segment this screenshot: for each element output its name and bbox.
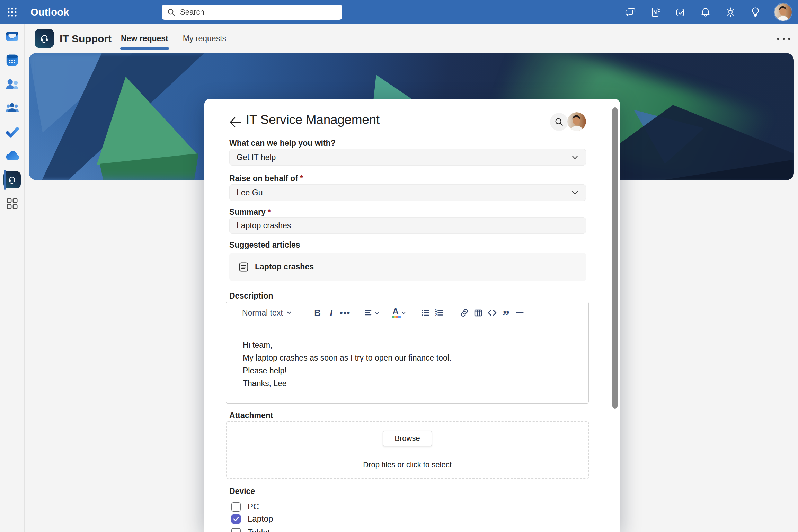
settings-gear-icon[interactable]: [725, 6, 736, 18]
svg-text:1: 1: [435, 309, 437, 312]
form-search-button[interactable]: [550, 113, 568, 131]
attachment-label: Attachment: [229, 411, 273, 420]
checkbox[interactable]: [231, 502, 241, 512]
brand-title: Outlook: [30, 0, 69, 24]
browse-button[interactable]: Browse: [383, 431, 432, 446]
toolbar-separator: [358, 307, 358, 319]
device-option-pc[interactable]: PC: [231, 502, 259, 512]
sidebar-item-todo[interactable]: [0, 121, 24, 143]
sidebar-item-people[interactable]: [0, 73, 24, 95]
form-user-avatar[interactable]: [567, 112, 586, 131]
tab-my-requests[interactable]: My requests: [182, 24, 227, 53]
quote-button[interactable]: ”: [500, 303, 512, 322]
app-rail: [0, 24, 25, 532]
app-header: IT Support New request My requests: [24, 24, 798, 53]
italic-button[interactable]: I: [326, 306, 337, 320]
description-text[interactable]: Hi team, My laptop crashes as soon as I …: [243, 341, 579, 392]
article-icon: [238, 261, 249, 272]
tab-label: New request: [121, 34, 168, 43]
form-title: IT Service Management: [246, 113, 380, 127]
article-title: Laptop crashes: [255, 262, 314, 272]
numbered-list-button[interactable]: 1 2: [433, 306, 445, 320]
app-launcher-icon[interactable]: [0, 0, 24, 24]
chevron-down-icon: [571, 153, 579, 161]
device-option-label: PC: [248, 502, 259, 512]
it-support-app-icon: [3, 171, 21, 188]
description-editor[interactable]: Normal text B I ••• A: [226, 302, 589, 404]
waffle-icon: [7, 7, 17, 17]
top-bar: Outlook: [0, 0, 798, 24]
toolbar-separator: [305, 307, 305, 319]
sidebar-item-groups[interactable]: [0, 97, 24, 119]
description-label: Description: [229, 291, 273, 301]
tab-new-request[interactable]: New request: [120, 24, 169, 53]
help-with-dropdown[interactable]: Get IT help: [229, 149, 586, 166]
description-line: Thanks, Lee: [243, 379, 579, 388]
sidebar-item-it-support[interactable]: [0, 169, 24, 190]
summary-label: Summary*: [229, 207, 271, 217]
outlook-window: Outlook: [0, 0, 798, 532]
more-formatting-button[interactable]: •••: [339, 306, 351, 320]
help-with-label: What can we help you with?: [229, 139, 336, 148]
help-with-value: Get IT help: [237, 153, 276, 162]
chevron-down-icon: [286, 311, 292, 315]
summary-input[interactable]: Laptop crashes: [229, 217, 586, 234]
bullet-list-button[interactable]: [419, 306, 431, 320]
checkbox[interactable]: [231, 514, 241, 524]
table-button[interactable]: [472, 306, 484, 320]
editor-toolbar: Normal text B I ••• A: [226, 302, 588, 323]
attachment-dropzone[interactable]: Browse Drop files or click to select: [226, 421, 589, 479]
behalf-label: Raise on behalf of*: [229, 174, 303, 183]
toolbar-separator: [413, 307, 413, 319]
required-asterisk: *: [300, 174, 303, 183]
sidebar-item-onedrive[interactable]: [0, 145, 24, 167]
sidebar-item-mail[interactable]: [0, 25, 24, 47]
text-color-button[interactable]: A: [393, 306, 406, 320]
chat-icon[interactable]: [625, 6, 637, 18]
description-line: Hi team,: [243, 341, 579, 349]
divider-button[interactable]: [514, 306, 526, 320]
suggested-articles-label: Suggested articles: [229, 240, 300, 250]
more-options-button[interactable]: [777, 24, 790, 53]
search-input[interactable]: [179, 7, 326, 17]
device-option-label: Laptop: [248, 514, 273, 524]
checkbox[interactable]: [231, 528, 241, 532]
chevron-down-icon: [401, 311, 406, 315]
drop-hint: Drop files or click to select: [363, 460, 452, 469]
description-line: My laptop crashes as soon as I try to op…: [243, 354, 579, 362]
code-button[interactable]: [486, 306, 498, 320]
bell-icon[interactable]: [700, 6, 711, 18]
required-asterisk: *: [268, 207, 271, 216]
sidebar-item-more-apps[interactable]: [0, 193, 24, 214]
it-service-management-form: IT Service Management What can we help y…: [204, 99, 620, 532]
onenote-icon[interactable]: [650, 6, 662, 18]
description-line: Please help!: [243, 366, 579, 375]
svg-text:2: 2: [435, 313, 437, 317]
behalf-dropdown[interactable]: Lee Gu: [229, 184, 586, 201]
device-label: Device: [229, 487, 255, 496]
todo-check-icon[interactable]: [675, 6, 686, 18]
text-style-dropdown[interactable]: Normal text: [242, 308, 292, 318]
profile-avatar[interactable]: [774, 3, 792, 21]
topbar-actions: [625, 0, 792, 24]
link-button[interactable]: [459, 306, 470, 320]
summary-value: Laptop crashes: [237, 221, 291, 230]
search-icon: [167, 8, 175, 16]
suggested-article-item[interactable]: Laptop crashes: [229, 253, 586, 281]
device-option-tablet[interactable]: Tablet: [231, 527, 270, 532]
back-button[interactable]: [227, 115, 242, 130]
modal-scrollbar-thumb[interactable]: [612, 107, 618, 409]
bold-button[interactable]: B: [312, 306, 323, 320]
lightbulb-icon[interactable]: [750, 6, 761, 18]
device-option-laptop[interactable]: Laptop: [231, 514, 273, 524]
global-search-box[interactable]: [162, 5, 342, 20]
device-option-label: Tablet: [248, 527, 270, 532]
chevron-down-icon: [375, 311, 379, 315]
chevron-down-icon: [571, 189, 579, 196]
toolbar-separator: [386, 307, 386, 319]
align-button[interactable]: [365, 306, 379, 320]
app-tabs: New request My requests: [120, 24, 227, 53]
sidebar-item-calendar[interactable]: [0, 49, 24, 71]
active-app-indicator: [4, 170, 6, 190]
app-title: IT Support: [60, 24, 112, 53]
